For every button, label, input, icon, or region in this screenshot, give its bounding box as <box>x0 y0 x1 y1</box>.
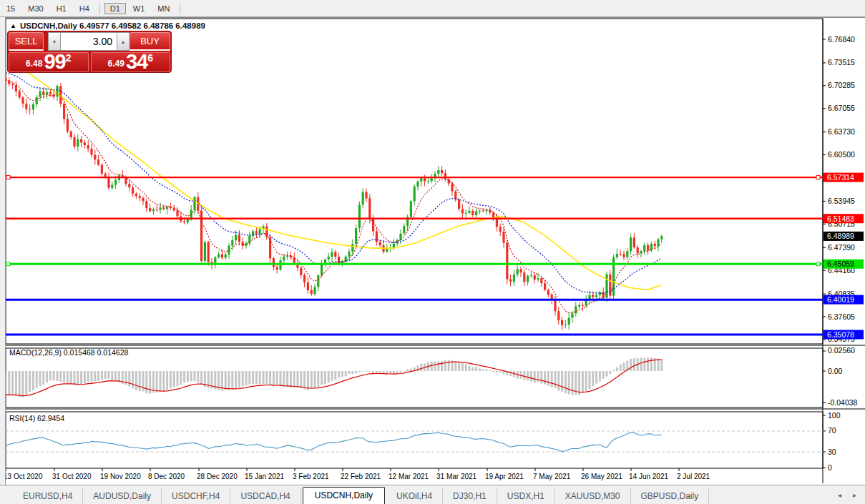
period-button-d1[interactable]: D1 <box>104 3 126 14</box>
macd-bar <box>104 371 107 379</box>
macd-bar <box>602 371 605 379</box>
candle-body <box>482 211 484 212</box>
tab-ukoil-h4[interactable]: UKOil,H4 <box>386 488 443 504</box>
period-button-h1[interactable]: H1 <box>51 3 72 14</box>
macd-bar <box>396 371 399 373</box>
candle-body <box>166 207 168 209</box>
macd-bar <box>454 362 456 371</box>
candle-body <box>582 305 584 306</box>
candle-body <box>313 287 316 294</box>
candle-body <box>485 209 487 211</box>
candle-body <box>437 170 439 174</box>
candle-body <box>149 208 151 211</box>
macd-bar <box>351 371 353 374</box>
volume-increase-button[interactable]: ▴ <box>117 32 129 51</box>
sell-price-tile[interactable]: 6.48992 <box>9 52 89 72</box>
period-button-m30[interactable]: M30 <box>22 3 49 14</box>
macd-bar <box>592 371 594 386</box>
candle-body <box>183 221 185 222</box>
tabs-scroll-left-icon[interactable]: ◂ <box>838 491 841 499</box>
tab-usdcnh-daily[interactable]: USDCNH,Daily <box>303 487 385 504</box>
macd-bar <box>135 371 137 390</box>
volume-decrease-button[interactable]: ▾ <box>48 32 61 51</box>
period-button-mn[interactable]: MN <box>152 3 175 14</box>
candle-body <box>29 109 31 109</box>
candle-body <box>56 86 58 97</box>
macd-bar <box>152 371 155 392</box>
macd-bar <box>114 371 117 381</box>
buy-button[interactable]: BUY <box>129 32 170 51</box>
volume-input[interactable]: 3.00 <box>61 32 117 51</box>
macd-bar <box>108 371 110 379</box>
candle-body <box>162 207 165 209</box>
period-button-h4[interactable]: H4 <box>74 3 95 14</box>
sell-button[interactable]: SELL <box>9 32 44 51</box>
candle-body <box>97 159 99 164</box>
candle-body <box>345 257 347 261</box>
macd-bar <box>231 371 233 390</box>
macd-bar <box>142 371 145 391</box>
tab-usdx-h1[interactable]: USDX,H1 <box>497 488 555 504</box>
tabs-scroll-right-icon[interactable]: ▸ <box>853 491 856 499</box>
tab-dj30-h1[interactable]: DJ30,H1 <box>443 488 497 504</box>
macd-bar <box>534 371 536 382</box>
macd-bar <box>471 367 474 371</box>
macd-bar <box>572 371 574 395</box>
macd-bar <box>547 371 549 386</box>
macd-bar <box>145 371 147 393</box>
tab-audusd-daily[interactable]: AUDUSD,Daily <box>83 488 162 504</box>
price-label-box-text: 6.35078 <box>827 330 854 339</box>
date-axis: 13 Oct 202031 Oct 202019 Nov 20208 Dec 2… <box>4 468 710 480</box>
candle-body <box>647 245 649 250</box>
buy-price-tile[interactable]: 6.49346 <box>91 52 171 72</box>
macd-bar <box>647 358 649 371</box>
tab-xauusd-m30[interactable]: XAUUSD,M30 <box>555 488 631 504</box>
tab-eurusd-h4[interactable]: EURUSD,H4 <box>13 488 83 504</box>
collapse-triangle-icon[interactable]: ▲ <box>10 22 16 29</box>
macd-bar <box>259 371 261 385</box>
candle-body <box>471 211 474 215</box>
candle-body <box>286 255 288 256</box>
candle-body <box>265 227 268 237</box>
period-button-15[interactable]: 15 <box>1 3 21 14</box>
macd-bar <box>67 371 69 383</box>
candle-body <box>571 313 573 317</box>
candle-body <box>365 192 367 198</box>
macd-bar <box>489 370 491 371</box>
macd-bar <box>74 371 76 385</box>
tab-usdcad-h4[interactable]: USDCAD,H4 <box>230 488 300 504</box>
tab-gbpusd-daily[interactable]: GBPUSD,Daily <box>631 488 710 504</box>
macd-bar <box>554 371 557 388</box>
macd-bar <box>170 371 172 388</box>
candle-body <box>39 92 41 97</box>
candle-body <box>461 209 464 213</box>
candle-body <box>534 275 536 280</box>
candle-body <box>235 234 237 240</box>
period-button-w1[interactable]: W1 <box>127 3 151 14</box>
macd-bar <box>149 371 151 394</box>
candle-body <box>451 184 453 192</box>
macd-bar <box>503 371 505 374</box>
date-label: 26 May 2021 <box>581 473 622 480</box>
macd-bar <box>91 371 93 382</box>
macd-bar <box>606 371 608 377</box>
macd-bar <box>475 367 477 371</box>
candle-body <box>355 228 357 244</box>
candle-body <box>111 185 113 188</box>
macd-bar <box>328 371 330 382</box>
macd-bar <box>59 371 62 382</box>
tab-usdchf-h4[interactable]: USDCHF,H4 <box>162 488 230 504</box>
date-label: 3 Feb 2021 <box>293 473 329 480</box>
candle-body <box>441 170 443 173</box>
candle-body <box>238 234 240 242</box>
candle-body <box>568 318 570 325</box>
macd-bar <box>101 371 103 380</box>
candle-body <box>231 240 233 245</box>
macd-bar <box>303 371 306 390</box>
macd-bar <box>582 371 584 392</box>
macd-bar <box>609 371 611 374</box>
period-toolbar: 15M30H1H4D1W1MN <box>0 0 865 17</box>
macd-bar <box>94 371 96 381</box>
macd-bar <box>338 371 340 377</box>
candle-body <box>303 275 306 282</box>
